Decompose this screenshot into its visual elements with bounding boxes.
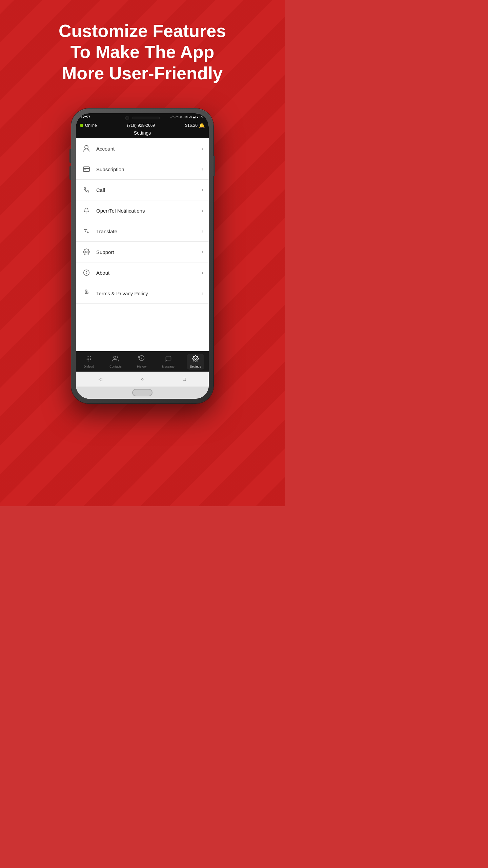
power-button (214, 156, 215, 176)
page-title: Settings (80, 130, 205, 136)
menu-item-subscription[interactable]: Subscription › (76, 159, 209, 180)
terms-chevron-icon: › (202, 290, 203, 296)
nav-dialpad[interactable]: Dialpad (80, 354, 98, 370)
support-chevron-icon: › (202, 249, 203, 255)
phone-top-bar (125, 116, 160, 120)
translate-chevron-icon: › (202, 228, 203, 234)
svg-point-19 (195, 358, 196, 360)
menu-item-support[interactable]: Support › (76, 242, 209, 262)
svg-point-16 (90, 359, 91, 360)
signal-icon: ▴ (197, 115, 199, 119)
camera-dot (125, 116, 129, 120)
headline-line1: Customize Features (20, 20, 264, 41)
svg-point-9 (88, 356, 89, 357)
settings-menu-list: Account › Subscription › (76, 138, 209, 351)
home-oval-button[interactable] (132, 389, 152, 396)
message-nav-label: Message (162, 365, 175, 368)
svg-point-15 (88, 359, 89, 360)
svg-point-17 (88, 360, 89, 361)
notifications-icon (81, 205, 92, 216)
contacts-icon (112, 355, 119, 364)
menu-item-about[interactable]: About › (76, 262, 209, 283)
terms-paperclip-icon (81, 288, 92, 298)
bluetooth-icon: ⬓ (193, 115, 196, 119)
menu-item-terms[interactable]: Terms & Privacy Policy › (76, 283, 209, 304)
svg-point-18 (114, 356, 116, 359)
about-chevron-icon: › (202, 270, 203, 276)
recents-button[interactable]: □ (180, 375, 188, 383)
menu-item-call[interactable]: Call › (76, 180, 209, 200)
headline: Customize Features To Make The App More … (0, 20, 285, 84)
svg-point-14 (87, 359, 88, 360)
svg-point-4 (86, 251, 87, 253)
home-bar (76, 387, 209, 399)
history-icon (138, 355, 145, 364)
vol-down-button (69, 166, 71, 180)
speaker-grille (133, 117, 160, 119)
translate-label: Translate (96, 229, 202, 234)
history-nav-label: History (137, 365, 146, 368)
android-nav-bar: ◁ ○ □ (76, 372, 209, 387)
location-icon: ☍ (170, 115, 174, 119)
home-button[interactable]: ○ (138, 375, 146, 383)
status-time: 12:57 (81, 115, 90, 119)
app-header: Online (718) 928-2669 $16.20 🔔 Settings (76, 121, 209, 138)
back-button[interactable]: ◁ (96, 375, 104, 383)
svg-point-8 (87, 356, 88, 357)
phone-number-display: (718) 928-2669 (127, 123, 155, 128)
online-status: Online (80, 123, 97, 128)
svg-rect-1 (83, 167, 89, 172)
account-chevron-icon: › (202, 145, 203, 152)
dialpad-icon (85, 355, 92, 364)
notification-bell-icon[interactable]: 🔔 (199, 123, 205, 128)
settings-nav-label: Settings (190, 365, 201, 368)
nav-message[interactable]: Message (159, 354, 178, 370)
bottom-navigation: Dialpad Contacts (76, 351, 209, 372)
call-chevron-icon: › (202, 187, 203, 193)
notifications-chevron-icon: › (202, 208, 203, 214)
subscription-label: Subscription (96, 166, 202, 172)
settings-icon (192, 355, 199, 364)
subscription-icon (81, 164, 92, 174)
menu-item-translate[interactable]: Translate › (76, 221, 209, 242)
status-icons: ☍ ☍ 58.0 KB/s ⬓ ▴ 5% (170, 115, 204, 119)
person-icon (81, 143, 92, 154)
online-label: Online (85, 123, 97, 128)
nav-history[interactable]: History (134, 354, 150, 370)
subscription-chevron-icon: › (202, 166, 203, 172)
terms-label: Terms & Privacy Policy (96, 291, 202, 296)
phone-screen: 12:57 ☍ ☍ 58.0 KB/s ⬓ ▴ 5% Online (76, 113, 209, 399)
nav-contacts[interactable]: Contacts (106, 354, 125, 370)
vol-up-button (69, 149, 71, 163)
about-info-icon (81, 268, 92, 278)
menu-item-account[interactable]: Account › (76, 138, 209, 159)
contacts-nav-label: Contacts (109, 365, 122, 368)
svg-point-12 (88, 358, 89, 359)
dialpad-nav-label: Dialpad (84, 365, 94, 368)
svg-point-13 (90, 358, 91, 359)
phone-outer-shell: 12:57 ☍ ☍ 58.0 KB/s ⬓ ▴ 5% Online (71, 108, 214, 403)
svg-point-11 (87, 358, 88, 359)
headline-line3: More User-Friendly (20, 63, 264, 84)
battery: 5% (200, 115, 204, 119)
about-label: About (96, 270, 202, 276)
network-speed: 58.0 KB/s (179, 115, 192, 119)
message-icon (165, 355, 172, 364)
online-dot (80, 124, 83, 127)
balance-display: $16.20 🔔 (185, 123, 205, 128)
phone-device: 12:57 ☍ ☍ 58.0 KB/s ⬓ ▴ 5% Online (71, 108, 214, 403)
translate-icon (81, 226, 92, 236)
app-status-row: Online (718) 928-2669 $16.20 🔔 (80, 123, 205, 128)
support-gear-icon (81, 247, 92, 257)
image-icon: ☍ (175, 115, 178, 119)
svg-point-10 (90, 356, 91, 357)
nav-settings[interactable]: Settings (187, 354, 205, 370)
account-label: Account (96, 146, 202, 152)
headline-line2: To Make The App (20, 41, 264, 62)
support-label: Support (96, 249, 202, 255)
svg-point-0 (85, 145, 88, 149)
menu-item-notifications[interactable]: OperrTel Notifications › (76, 200, 209, 221)
balance-amount: $16.20 (185, 123, 198, 128)
notifications-label: OperrTel Notifications (96, 208, 202, 214)
phone-icon (81, 185, 92, 195)
